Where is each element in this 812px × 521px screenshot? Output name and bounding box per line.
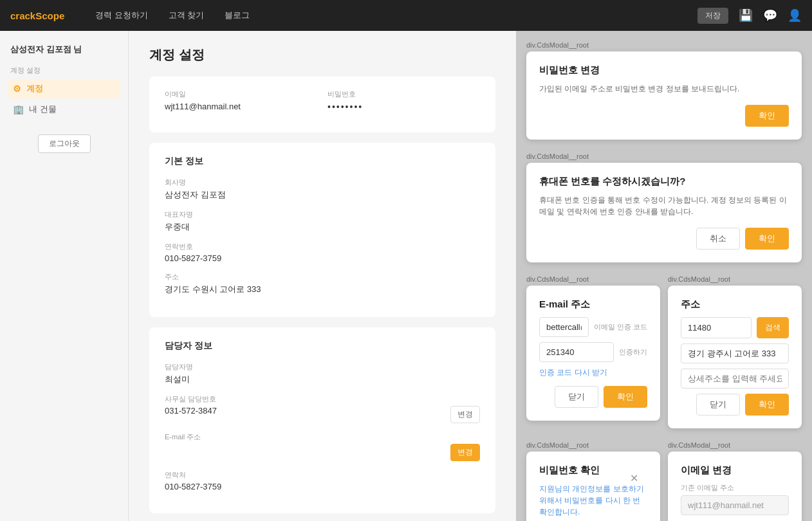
phone-confirm-cancel-btn[interactable]: 취소 [696, 228, 740, 250]
password-verify-link[interactable]: 지원님의 개인정보를 보호하기 위해서 비밀번호를 다시 한 번 확인합니다. [539, 484, 644, 516]
password-change-desc: 가입된 이메일 주소로 비밀번호 변경 정보를 보내드립니다. [539, 83, 789, 95]
basic-info-section: 기본 정보 회사명 삼성전자 김포점 대표자명 우중대 연락번호 010-582… [149, 143, 495, 317]
user-icon[interactable]: 👤 [788, 8, 802, 23]
app-logo: crackScope [10, 10, 64, 21]
email-code-input[interactable] [539, 342, 614, 362]
rep-value: 우중대 [165, 221, 480, 233]
zip-search-btn[interactable]: 검색 [757, 317, 789, 338]
edit-phone-button[interactable]: 변경 [450, 406, 480, 423]
email-address-cancel-btn[interactable]: 닫기 [555, 386, 598, 408]
address-btn-row: 닫기 확인 [681, 394, 789, 416]
sidebar-item-buildings-label: 내 건물 [29, 104, 57, 115]
office-phone-flex: 031-572-3847 변경 [165, 406, 480, 423]
modal-label-5: div.CdsModal__root [526, 441, 660, 449]
password-change-btn-row: 확인 [539, 105, 789, 127]
ec-current-input [681, 495, 789, 515]
sidebar-section-title: 계정 설정 [8, 66, 120, 75]
sidebar-user: 삼성전자 김포점 님 [8, 44, 120, 55]
account-section: 이메일 wjt111@hanmail.net 비밀번호 •••••••• [149, 77, 495, 133]
email-label: 이메일 [165, 89, 317, 99]
phone-label: 연락번호 [165, 242, 480, 251]
address-detail-input[interactable] [681, 369, 789, 388]
phone-row: 연락번호 010-5827-3759 [165, 242, 480, 263]
modal-label-3: div.CdsModal__root [526, 275, 660, 283]
email-address-confirm-btn[interactable]: 확인 [604, 386, 647, 408]
company-label: 회사명 [165, 178, 480, 187]
company-value: 삼성전자 김포점 [165, 189, 480, 201]
contact-name-value: 최설미 [165, 374, 480, 385]
email-field-group: 이메일 wjt111@hanmail.net [165, 89, 317, 112]
password-change-modal: 비밀번호 변경 가입된 이메일 주소로 비밀번호 변경 정보를 보내드립니다. … [526, 51, 802, 140]
chat-icon[interactable]: 💬 [763, 8, 777, 23]
navbar: crackScope 경력 요청하기 고객 찾기 블로그 저장 💾 💬 👤 [0, 0, 812, 31]
password-verify-header: 비밀번호 확인 ✕ [539, 464, 647, 477]
password-change-modal-wrapper: div.CdsModal__root 비밀번호 변경 가입된 이메일 주소로 비… [526, 41, 802, 140]
logout-button[interactable]: 로그아웃 [38, 134, 91, 153]
sidebar-item-account-label: 계정 [26, 83, 43, 95]
office-phone-row: 사무실 담당번호 031-572-3847 변경 [165, 394, 480, 423]
modal-label-6: div.CdsModal__root [668, 441, 802, 449]
page-title: 계정 설정 [149, 46, 495, 64]
contact-email-flex: 변경 [165, 444, 480, 461]
modal-label-2: div.CdsModal__root [526, 152, 802, 160]
password-verify-modal: 비밀번호 확인 ✕ 지원님의 개인정보를 보호하기 위해서 비밀번호를 다시 한… [526, 452, 660, 521]
email-address-input[interactable] [539, 317, 589, 337]
sidebar: 삼성전자 김포점 님 계정 설정 ⚙ 계정 🏢 내 건물 로그아웃 [0, 31, 129, 521]
code-input-row: 인증하기 [539, 342, 647, 362]
address-modal-wrapper: div.CdsModal__root 주소 검색 닫기 확인 [668, 275, 802, 428]
code-verify-label: 인증하기 [619, 347, 647, 357]
nav-link-customer[interactable]: 고객 찾기 [169, 10, 205, 21]
save-button[interactable]: 저장 [697, 8, 728, 24]
contact-phone-value: 010-5827-3759 [165, 482, 480, 491]
email-address-modal-wrapper: div.CdsModal__root E-mail 주소 이메일 인증 코드 인… [526, 275, 660, 428]
building-icon: 🏢 [13, 104, 24, 114]
modals-row-1: div.CdsModal__root E-mail 주소 이메일 인증 코드 인… [526, 275, 802, 428]
email-code-label: 이메일 인증 코드 [594, 322, 647, 332]
sidebar-item-account[interactable]: ⚙ 계정 [8, 79, 120, 98]
phone-confirm-btn-row: 취소 확인 [539, 228, 789, 250]
folder-save-icon[interactable]: 💾 [739, 8, 753, 23]
resend-code-link[interactable]: 인증 코드 다시 받기 [539, 367, 647, 378]
email-change-modal: 이메일 변경 기존 이메일 주소 새로운 이메일 주소 * 취소 확인 [668, 452, 802, 521]
ec-current-label: 기존 이메일 주소 [681, 483, 789, 493]
modals-row-2: div.CdsModal__root 비밀번호 확인 ✕ 지원님의 개인정보를 … [526, 441, 802, 521]
phone-value: 010-5827-3759 [165, 253, 480, 263]
navbar-right: 저장 💾 💬 👤 [697, 8, 802, 24]
phone-confirm-modal: 휴대폰 번호를 수정하시겠습니까? 휴대폰 번호 인증을 통해 번호 수정이 가… [526, 163, 802, 262]
contact-phone-row: 연락처 010-5827-3759 [165, 470, 480, 491]
modal-label-1: div.CdsModal__root [526, 41, 802, 49]
contact-name-row: 담당자명 최설미 [165, 362, 480, 385]
phone-confirm-title: 휴대폰 번호를 수정하시겠습니까? [539, 176, 789, 188]
rep-row: 대표자명 우중대 [165, 210, 480, 233]
email-input-row: 이메일 인증 코드 [539, 317, 647, 337]
email-address-btn-row: 닫기 확인 [539, 386, 647, 408]
email-change-title: 이메일 변경 [681, 464, 789, 477]
sidebar-item-buildings[interactable]: 🏢 내 건물 [8, 100, 120, 119]
address-cancel-btn[interactable]: 닫기 [696, 394, 740, 416]
email-value: wjt111@hanmail.net [165, 102, 317, 111]
contact-info-title: 담당자 정보 [165, 340, 480, 352]
email-change-modal-wrapper: div.CdsModal__root 이메일 변경 기존 이메일 주소 새로운 … [668, 441, 802, 521]
password-value: •••••••• [328, 102, 480, 112]
contact-name-label: 담당자명 [165, 362, 480, 372]
nav-link-blog[interactable]: 블로그 [225, 10, 250, 21]
modal-label-4: div.CdsModal__root [668, 275, 802, 283]
password-change-confirm-btn[interactable]: 확인 [745, 105, 789, 127]
phone-confirm-ok-btn[interactable]: 확인 [745, 228, 789, 250]
settings-icon: ⚙ [13, 84, 21, 94]
password-verify-close-btn[interactable]: ✕ [630, 472, 638, 484]
zip-input[interactable] [681, 317, 752, 338]
edit-email-button[interactable]: 변경 [450, 444, 480, 461]
nav-link-career[interactable]: 경력 요청하기 [95, 10, 148, 21]
password-label: 비밀번호 [328, 89, 480, 99]
company-row: 회사명 삼성전자 김포점 [165, 178, 480, 201]
address-row: 주소 경기도 수원시 고어로 333 [165, 272, 480, 295]
main-container: 삼성전자 김포점 님 계정 설정 ⚙ 계정 🏢 내 건물 로그아웃 계정 설정 … [0, 31, 812, 521]
address-value-input[interactable] [681, 343, 789, 363]
main-content: 계정 설정 이메일 wjt111@hanmail.net 비밀번호 ••••••… [129, 31, 516, 521]
account-row-email: 이메일 wjt111@hanmail.net 비밀번호 •••••••• [165, 89, 480, 112]
address-confirm-btn[interactable]: 확인 [745, 394, 789, 416]
contact-email-label: E-mail 주소 [165, 432, 480, 442]
password-field-group: 비밀번호 •••••••• [328, 89, 480, 112]
password-verify-modal-wrapper: div.CdsModal__root 비밀번호 확인 ✕ 지원님의 개인정보를 … [526, 441, 660, 521]
